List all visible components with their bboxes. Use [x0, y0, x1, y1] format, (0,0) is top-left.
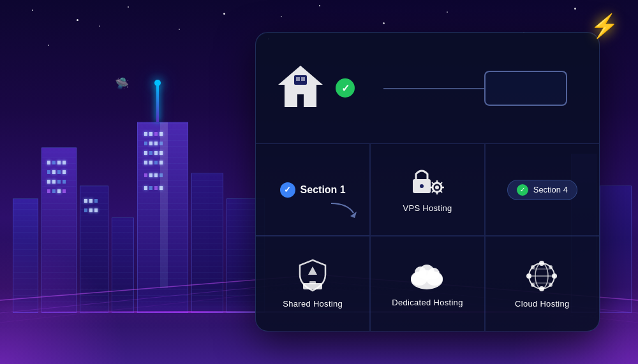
svg-point-44: [531, 283, 535, 287]
svg-line-20: [440, 191, 442, 193]
dedicated-hosting-label: Dedicated Hosting: [392, 298, 463, 307]
connector-area: [383, 71, 567, 106]
svg-marker-23: [308, 266, 317, 275]
svg-point-40: [526, 273, 531, 279]
vps-hosting-cell[interactable]: VPS Hosting: [370, 144, 484, 236]
dedicated-hosting-cell[interactable]: Dedicated Hosting: [370, 236, 484, 331]
section4-badge: ✓ Section 4: [507, 180, 577, 200]
svg-point-37: [539, 261, 544, 266]
svg-point-43: [549, 283, 553, 287]
shared-hosting-label: Shared Hosting: [283, 299, 343, 309]
svg-point-42: [531, 265, 535, 269]
house-icon-area: ✓: [275, 62, 355, 113]
svg-point-14: [435, 186, 439, 189]
panel-top-section: ✓: [256, 33, 599, 144]
ufo-decoration: 🛸: [115, 76, 129, 91]
cloud-hosting-cell[interactable]: Cloud Hosting: [485, 236, 599, 331]
section1-badge: ✓ Section 1: [280, 182, 346, 198]
svg-rect-25: [309, 281, 316, 284]
svg-marker-6: [278, 66, 323, 107]
svg-point-31: [428, 268, 440, 279]
antenna: [156, 84, 159, 122]
lightning-icon: ⚡: [590, 13, 619, 40]
main-panel: ✓ ✓ Section 1: [255, 32, 600, 331]
svg-point-30: [415, 266, 426, 278]
vps-hosting-label: VPS Hosting: [403, 203, 452, 213]
svg-line-22: [432, 191, 434, 193]
section1-label: Section 1: [300, 184, 346, 196]
section4-cell[interactable]: ✓ Section 4: [485, 144, 599, 236]
house-check-badge: ✓: [336, 78, 355, 98]
section1-check-icon: ✓: [280, 182, 295, 198]
house-icon: [275, 62, 326, 113]
shared-hosting-icon: [297, 259, 329, 294]
vps-icon: [410, 166, 445, 198]
svg-point-39: [539, 286, 544, 291]
svg-rect-8: [296, 77, 300, 81]
cloud-hosting-label: Cloud Hosting: [515, 299, 570, 309]
section4-label: Section 4: [533, 185, 568, 194]
svg-line-21: [440, 182, 442, 184]
svg-point-12: [420, 184, 424, 188]
shared-hosting-cell[interactable]: Shared Hosting: [256, 236, 370, 331]
svg-rect-9: [301, 77, 305, 81]
panel-grid: ✓ Section 1: [256, 144, 599, 331]
svg-line-19: [432, 182, 434, 184]
cloud-hosting-icon: [524, 259, 560, 294]
section4-check-icon: ✓: [517, 184, 528, 196]
curved-arrow-icon: [328, 200, 360, 219]
dedicated-hosting-icon: [406, 261, 448, 293]
section1-cell[interactable]: ✓ Section 1: [256, 144, 370, 236]
svg-point-38: [552, 273, 557, 279]
svg-point-41: [549, 265, 553, 269]
